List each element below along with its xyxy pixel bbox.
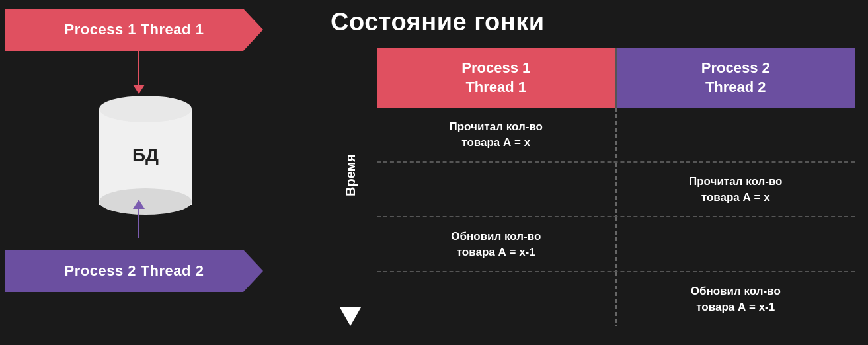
cell-r4-c2: Обновил кол-вотовара А = x-1 xyxy=(617,272,855,326)
cell-r1-c1: Прочитал кол-вотовара А = x xyxy=(377,108,615,161)
cell-r2-c1 xyxy=(377,163,615,216)
cell-r3-c2 xyxy=(617,217,855,271)
thread1-label: Process 1 Thread 1 xyxy=(65,21,204,38)
page-title: Состояние гонки xyxy=(331,8,855,36)
time-label: Время xyxy=(343,48,358,302)
purple-connector-line xyxy=(138,202,139,238)
col-header-thread1: Process 1Thread 1 xyxy=(377,48,615,108)
col-header-thread2: Process 2Thread 2 xyxy=(617,48,855,108)
db-label: БД xyxy=(132,145,159,166)
time-axis: Время xyxy=(331,48,370,326)
cell-r2-c2: Прочитал кол-вотовара А = x xyxy=(617,163,855,216)
thread2-label: Process 2 Thread 2 xyxy=(65,262,204,280)
table-row: Прочитал кол-вотовара А = x xyxy=(377,163,855,217)
db-top-ellipse xyxy=(99,96,192,122)
col2-header-label: Process 2Thread 2 xyxy=(701,59,770,96)
cell-r3-c1: Обновил кол-вотовара А = x-1 xyxy=(377,217,615,271)
thread2-arrow: Process 2 Thread 2 xyxy=(5,250,263,292)
table-row: Обновил кол-вотовара А = x-1 xyxy=(377,272,855,326)
timeline-section: Время Process 1Thread 1 Process 2Thread … xyxy=(331,48,855,326)
table-row: Обновил кол-вотовара А = x-1 xyxy=(377,217,855,272)
table-row: Прочитал кол-вотовара А = x xyxy=(377,108,855,163)
thread1-arrow: Process 1 Thread 1 xyxy=(5,9,263,51)
db-bottom-ellipse xyxy=(99,188,192,215)
race-condition-table: Process 1Thread 1 Process 2Thread 2 Проч… xyxy=(377,48,855,326)
left-panel: Process 1 Thread 1 БД Process 2 Thread 2 xyxy=(0,0,311,345)
database: БД xyxy=(93,86,198,225)
table-header: Process 1Thread 1 Process 2Thread 2 xyxy=(377,48,855,108)
cell-r4-c1 xyxy=(377,272,615,326)
col1-header-label: Process 1Thread 1 xyxy=(461,59,530,96)
db-cylinder: БД xyxy=(99,96,192,215)
cell-r1-c2 xyxy=(617,108,855,161)
red-connector-line xyxy=(138,51,139,87)
right-panel: Состояние гонки Время Process 1Thread 1 … xyxy=(311,0,868,345)
table-rows: Прочитал кол-вотовара А = x Прочитал кол… xyxy=(377,108,855,326)
time-arrow-head xyxy=(340,307,361,326)
